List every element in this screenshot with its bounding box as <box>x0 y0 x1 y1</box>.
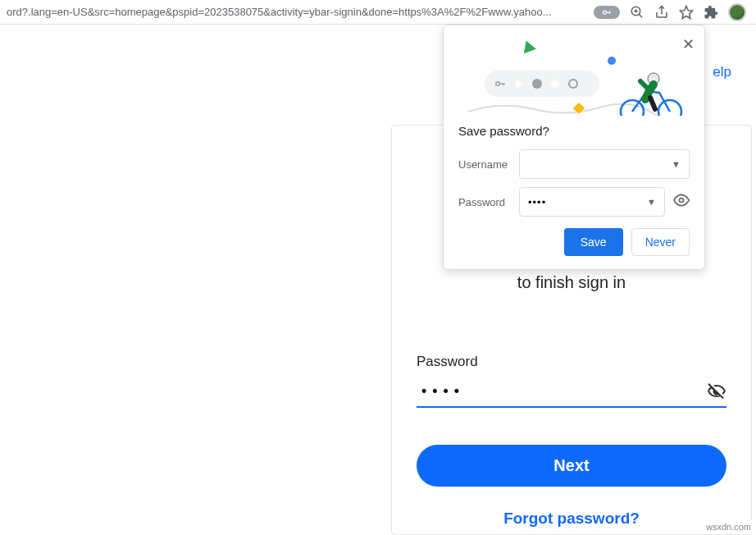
key-icon <box>493 78 508 89</box>
username-label: Username <box>458 158 511 171</box>
svg-line-4 <box>639 14 642 17</box>
svg-rect-2 <box>609 11 610 14</box>
popup-title: Save password? <box>458 124 690 138</box>
chevron-down-icon[interactable]: ▼ <box>647 197 656 207</box>
triangle-icon <box>520 39 536 54</box>
svg-point-17 <box>680 199 684 203</box>
popup-actions: Save Never <box>458 228 690 256</box>
save-password-popup: ✕ Save password? Username ▼ <box>443 25 705 270</box>
dot-icon <box>532 79 542 89</box>
url-text: ord?.lang=en-US&src=homepage&pspid=20235… <box>3 6 587 18</box>
popup-password-field[interactable]: •••• ▼ <box>519 187 665 217</box>
password-row <box>417 382 726 408</box>
hide-password-icon[interactable] <box>707 382 726 401</box>
cyclist-illustration <box>614 58 688 116</box>
password-label: Password <box>417 354 726 370</box>
help-link[interactable]: elp <box>713 64 731 80</box>
eye-icon[interactable] <box>673 192 690 212</box>
svg-point-15 <box>658 100 681 116</box>
popup-password-label: Password <box>458 196 511 208</box>
browser-icons <box>587 3 753 21</box>
key-icon-badge[interactable] <box>594 6 620 19</box>
chevron-down-icon[interactable]: ▼ <box>672 159 681 169</box>
svg-rect-10 <box>499 83 505 84</box>
popup-body: Save password? Username ▼ Password •••• … <box>444 116 704 269</box>
svg-marker-13 <box>550 79 560 89</box>
svg-point-0 <box>603 11 607 14</box>
browser-bar: ord?.lang=en-US&src=homepage&pspid=20235… <box>0 0 756 25</box>
username-field[interactable]: ▼ <box>519 149 690 179</box>
play-icon <box>516 80 524 88</box>
share-icon[interactable] <box>654 5 669 20</box>
password-pill <box>485 71 599 97</box>
svg-point-9 <box>496 82 500 86</box>
svg-marker-12 <box>516 80 524 88</box>
extension-icon[interactable] <box>704 5 718 20</box>
svg-rect-1 <box>606 11 611 12</box>
subtitle: to finish sign in <box>417 273 726 292</box>
diamond-icon <box>550 79 560 89</box>
circle-icon <box>568 79 578 89</box>
popup-password-value: •••• <box>528 196 647 208</box>
never-button[interactable]: Never <box>631 228 690 256</box>
svg-point-14 <box>621 100 644 116</box>
watermark: wsxdn.com <box>704 522 753 532</box>
popup-illustration <box>444 25 704 116</box>
avatar[interactable] <box>728 3 746 21</box>
username-row: Username ▼ <box>458 149 690 179</box>
svg-marker-8 <box>681 6 693 18</box>
password-input[interactable] <box>417 383 707 400</box>
save-button[interactable]: Save <box>564 228 623 256</box>
zoom-icon[interactable] <box>630 5 644 20</box>
forgot-password-link[interactable]: Forgot password? <box>417 510 726 528</box>
svg-rect-11 <box>503 83 504 85</box>
next-button[interactable]: Next <box>417 445 726 487</box>
password-section: Password <box>417 354 726 408</box>
password-row: Password •••• ▼ <box>458 187 690 217</box>
bookmark-icon[interactable] <box>679 5 694 20</box>
